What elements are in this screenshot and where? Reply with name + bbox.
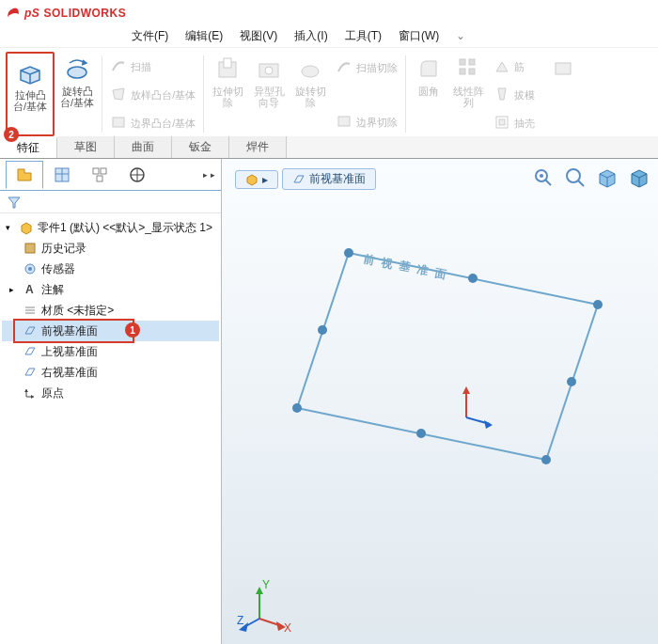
config-icon [90,165,109,184]
zoom-fit-button[interactable] [530,165,556,191]
breadcrumb-plane[interactable]: 前视基准面 [282,168,376,190]
tree-origin[interactable]: 原点 [2,383,219,403]
panel-tab-feature-tree[interactable] [6,161,43,189]
menu-view[interactable]: 视图(V) [240,28,277,44]
svg-point-6 [302,66,319,77]
view-orientation-button[interactable] [626,165,652,191]
fillet-icon [414,54,444,84]
svg-point-34 [567,169,580,182]
tree-history[interactable]: 历史记录 [2,238,219,259]
menu-more-icon[interactable]: ⌄ [456,29,465,42]
svg-rect-1 [113,118,124,127]
svg-rect-19 [101,168,106,174]
menu-tools[interactable]: 工具(T) [345,28,382,44]
svg-rect-20 [97,176,102,181]
wrap-icon [548,54,578,84]
tree-root[interactable]: ▾ 零件1 (默认) <<默认>_显示状态 1> [2,217,219,238]
main-row: ▸ ▸ ▾ 零件1 (默认) <<默认>_显示状态 1> 历史记录 传感器 ▸ … [0,159,658,644]
panel-tab-config[interactable] [81,161,118,189]
ribbon-sep-2 [203,55,204,133]
sweep-cut-button[interactable]: 扫描切除 [332,56,401,77]
tab-weldments[interactable]: 焊件 [229,136,287,158]
tab-sketch[interactable]: 草图 [57,136,115,158]
menu-edit[interactable]: 编辑(E) [185,28,223,44]
tree-right-plane[interactable]: 右视基准面 [2,362,219,383]
extrude-cut-button[interactable]: 拉伸切 除 [208,52,247,136]
panel-tab-dimxpert[interactable] [118,161,156,189]
svg-text:X: X [284,621,291,634]
part-icon [245,173,258,186]
panel-tabs-more-icon[interactable]: ▸ ▸ [203,170,215,180]
svg-point-41 [567,377,576,386]
revolve-boss-icon [62,54,92,84]
extrude-boss-button[interactable]: 拉伸凸 台/基体 [9,55,51,114]
boundary-cut-button[interactable]: 边界切除 [332,111,401,132]
material-icon [23,303,38,318]
extrude-boss-label: 拉伸凸 台/基体 [13,89,47,112]
menu-window[interactable]: 窗口(W) [399,28,439,44]
svg-point-38 [541,455,551,464]
tree-sensors[interactable]: 传感器 [2,259,219,279]
tree-top-plane[interactable]: 上视基准面 [2,341,219,362]
tree-material[interactable]: 材质 <未指定> [2,300,219,321]
title-bar: pS SOLIDWORKS [0,0,658,24]
tab-surfaces[interactable]: 曲面 [115,136,172,158]
callout-extrude-box: 拉伸凸 台/基体 2 [6,52,55,136]
filter-icon[interactable] [6,194,23,211]
svg-point-36 [344,248,353,258]
panel-tabs: ▸ ▸ [0,159,221,191]
rib-icon [494,57,510,74]
app-logo-icon [6,5,21,20]
ribbon: 拉伸凸 台/基体 2 旋转凸 台/基体 扫描 放样凸台/基体 边界凸台/基体 拉… [0,47,658,136]
loft-icon [110,86,127,102]
svg-point-39 [292,403,302,413]
breadcrumb: ▸ 前视基准面 [235,168,376,190]
boundary-button[interactable]: 边界凸台/基体 [106,112,199,133]
hole-wizard-icon [254,54,284,84]
front-plane-graphic[interactable]: 前 视 基 准 面 [278,225,617,507]
section-view-button[interactable] [594,165,620,191]
rib-button[interactable]: 筋 [490,55,539,76]
draft-icon [494,86,510,102]
feature-manager-panel: ▸ ▸ ▾ 零件1 (默认) <<默认>_显示状态 1> 历史记录 传感器 ▸ … [0,159,222,644]
origin-gizmo [462,386,493,429]
view-triad[interactable]: Y X Z [235,577,291,634]
draft-button[interactable]: 拔模 [490,84,539,104]
tab-sheetmetal[interactable]: 钣金 [172,136,229,158]
svg-rect-10 [460,69,465,74]
tree-front-plane[interactable]: 前视基准面 1 [2,321,219,341]
svg-rect-3 [224,58,231,68]
part-icon [19,220,34,235]
shell-icon [494,114,510,131]
sweep-button[interactable]: 扫描 [106,55,199,76]
sweep-cut-icon [336,58,352,75]
svg-point-33 [540,174,543,178]
chevron-right-icon: ▸ [262,173,268,186]
loft-button[interactable]: 放样凸台/基体 [106,84,199,104]
zoom-area-button[interactable] [562,165,588,191]
menu-insert[interactable]: 插入(I) [294,28,327,44]
fillet-button[interactable]: 圆角 [410,52,447,136]
shell-button[interactable]: 抽壳 [490,112,539,133]
more-button[interactable] [544,52,582,136]
svg-rect-7 [338,117,350,126]
tree-annotations[interactable]: ▸ A 注解 [2,279,219,300]
svg-point-43 [318,325,327,335]
svg-point-37 [593,300,603,309]
linear-pattern-button[interactable]: 线性阵 列 [449,52,488,136]
callout-1: 1 [125,322,140,338]
plane-icon [23,365,38,380]
extrude-boss-icon [15,57,45,87]
dimxpert-icon [128,165,147,184]
expand-icon[interactable]: ▸ [9,285,19,294]
revolve-boss-button[interactable]: 旋转凸 台/基体 [56,52,98,136]
revolve-cut-button[interactable]: 旋转切 除 [290,52,330,136]
expand-icon[interactable]: ▾ [6,223,15,232]
menu-file[interactable]: 文件(F) [132,28,168,44]
menu-bar: 文件(F) 编辑(E) 视图(V) 插入(I) 工具(T) 窗口(W) ⌄ [0,24,658,47]
hole-wizard-button[interactable]: 异型孔 向导 [249,52,289,136]
graphics-viewport[interactable]: ▸ 前视基准面 前 视 基 准 面 [222,159,658,644]
view-tools [530,165,652,191]
panel-tab-property[interactable] [43,161,81,189]
breadcrumb-part[interactable]: ▸ [235,170,278,189]
